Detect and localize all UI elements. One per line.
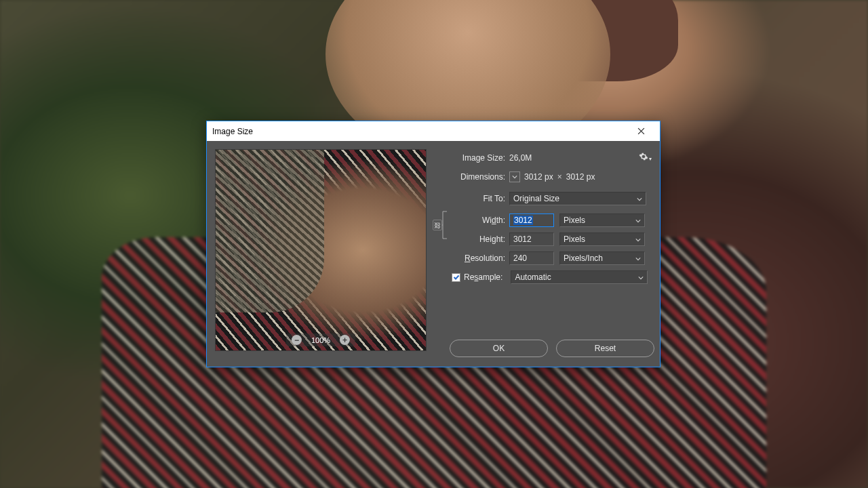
dialog-titlebar[interactable]: Image Size <box>207 121 660 141</box>
gear-icon <box>639 152 648 161</box>
chevron-down-icon <box>635 235 641 244</box>
close-icon <box>637 127 645 135</box>
width-input[interactable]: 3012 <box>509 214 554 227</box>
resample-label: Resample: <box>464 272 502 282</box>
resample-value: Automatic <box>515 272 551 282</box>
chevron-down-icon <box>512 174 517 180</box>
chevron-down-icon <box>635 216 641 225</box>
chevron-down-icon: ▾ <box>649 156 652 162</box>
dimensions-times: × <box>557 172 562 182</box>
close-button[interactable] <box>627 122 654 141</box>
dialog-title: Image Size <box>212 127 627 136</box>
width-value: 3012 <box>513 216 533 225</box>
link-icon: ⛓ <box>434 222 441 229</box>
zoom-out-button[interactable]: − <box>292 335 302 345</box>
chevron-down-icon <box>635 253 641 263</box>
height-unit-value: Pixels <box>564 235 585 244</box>
dimensions-unit-toggle[interactable] <box>509 171 520 182</box>
width-label: Width: <box>435 216 509 225</box>
zoom-level: 100% <box>311 336 330 344</box>
preview-image <box>216 150 426 350</box>
height-label: Height: <box>435 235 509 244</box>
check-icon <box>453 274 460 281</box>
fit-to-dropdown[interactable]: Original Size <box>509 192 646 205</box>
reset-button[interactable]: Reset <box>556 340 654 357</box>
dialog-body: − 100% + ▾ Image Size: 26,0M Dimensions:… <box>207 141 660 367</box>
dimensions-width: 3012 px <box>524 172 553 182</box>
dialog-buttons: OK Reset <box>450 340 654 357</box>
dimensions-height: 3012 px <box>566 172 595 182</box>
resolution-unit-dropdown[interactable]: Pixels/Inch <box>559 251 645 265</box>
chevron-down-icon <box>638 272 644 282</box>
preview-panel[interactable]: − 100% + <box>215 149 427 351</box>
link-aspect-button[interactable]: ⛓ <box>433 220 442 230</box>
image-size-dialog: Image Size − 100% + ▾ Image Size: 26,0M … <box>206 121 660 367</box>
resolution-unit-value: Pixels/Inch <box>564 253 603 263</box>
resample-checkbox[interactable] <box>452 273 460 282</box>
fields-panel: ▾ Image Size: 26,0M Dimensions: 3012 px … <box>435 150 652 289</box>
zoom-in-button[interactable]: + <box>340 335 350 345</box>
width-unit-value: Pixels <box>564 216 585 225</box>
resolution-input[interactable]: 240 <box>509 251 554 265</box>
height-unit-dropdown[interactable]: Pixels <box>559 232 645 246</box>
fit-to-value: Original Size <box>513 194 559 203</box>
height-value: 3012 <box>513 235 532 244</box>
image-size-value: 26,0M <box>509 153 532 163</box>
width-unit-dropdown[interactable]: Pixels <box>559 214 645 227</box>
resolution-label: Resolution: <box>435 253 509 263</box>
resample-dropdown[interactable]: Automatic <box>511 270 648 284</box>
settings-button[interactable]: ▾ <box>639 152 652 163</box>
resample-row: Resample: <box>452 272 507 282</box>
dimensions-label: Dimensions: <box>435 172 509 182</box>
height-input[interactable]: 3012 <box>509 232 554 246</box>
fit-to-label: Fit To: <box>435 194 509 203</box>
ok-button[interactable]: OK <box>450 340 548 357</box>
resolution-value: 240 <box>513 253 527 263</box>
zoom-controls: − 100% + <box>286 333 355 346</box>
image-size-label: Image Size: <box>435 153 509 163</box>
chevron-down-icon <box>637 194 642 203</box>
